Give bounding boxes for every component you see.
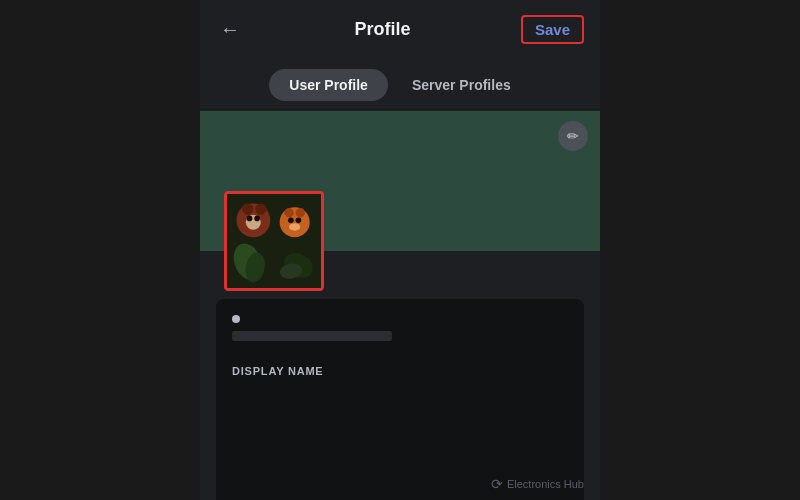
tab-server-profiles[interactable]: Server Profiles (392, 69, 531, 101)
page-title: Profile (244, 19, 521, 40)
save-button[interactable]: Save (521, 15, 584, 44)
svg-point-13 (296, 218, 302, 224)
avatar[interactable] (224, 191, 324, 291)
username-dot-indicator (232, 315, 240, 323)
watermark-icon: ⟳ (491, 476, 503, 492)
svg-point-10 (284, 208, 293, 217)
tab-user-profile[interactable]: User Profile (269, 69, 388, 101)
svg-point-3 (255, 203, 266, 214)
screen: ← Profile Save User Profile Server Profi… (200, 0, 600, 500)
tabs-container: User Profile Server Profiles (200, 59, 600, 111)
avatar-svg (227, 194, 321, 288)
watermark: ⟳ Electronics Hub (491, 476, 584, 492)
edit-banner-button[interactable]: ✏ (558, 121, 588, 151)
profile-card: DISPLAY NAME (216, 299, 584, 500)
banner-area: ✏ (200, 111, 600, 251)
svg-point-11 (296, 208, 305, 217)
svg-point-9 (280, 207, 310, 237)
watermark-text: Electronics Hub (507, 478, 584, 490)
header: ← Profile Save (200, 0, 600, 59)
svg-point-14 (289, 223, 300, 231)
svg-point-6 (254, 216, 260, 222)
avatar-image (227, 194, 321, 288)
username-bar (232, 331, 392, 341)
svg-point-12 (288, 218, 294, 224)
svg-point-5 (247, 216, 253, 222)
svg-point-2 (242, 203, 253, 214)
back-button[interactable]: ← (216, 14, 244, 45)
pencil-icon: ✏ (567, 128, 579, 144)
display-name-label: DISPLAY NAME (232, 365, 324, 377)
